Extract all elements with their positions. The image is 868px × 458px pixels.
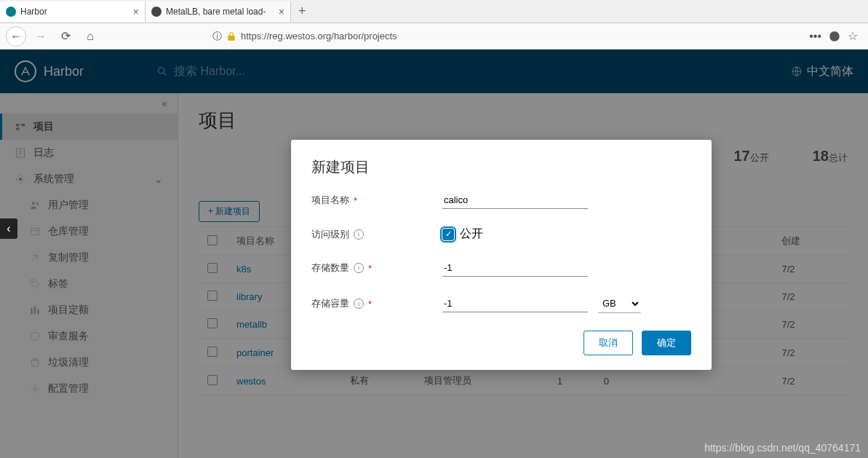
name-label: 项目名称 — [311, 194, 349, 207]
public-label: 公开 — [460, 226, 483, 242]
back-button[interactable]: ← — [6, 26, 26, 47]
cancel-button[interactable]: 取消 — [584, 331, 633, 355]
close-icon[interactable]: × — [133, 6, 139, 17]
info-icon[interactable]: i — [354, 229, 364, 240]
browser-tab-metallb[interactable]: MetalLB, bare metal load- × — [146, 1, 291, 22]
bookmark-icon[interactable]: ☆ — [848, 29, 858, 43]
new-tab-button[interactable]: + — [291, 4, 314, 19]
access-label: 访问级别 — [311, 228, 349, 241]
close-icon[interactable]: × — [279, 6, 284, 17]
more-icon[interactable]: ••• — [809, 30, 821, 43]
required-icon: * — [368, 263, 372, 274]
public-checkbox[interactable]: ✓ — [442, 229, 454, 240]
browser-tab-harbor[interactable]: Harbor × — [0, 1, 146, 22]
tab-title: MetalLB, bare metal load- — [166, 7, 274, 17]
tab-title: Harbor — [20, 7, 129, 17]
storage-limit-input[interactable] — [442, 295, 588, 312]
storage-unit-select[interactable]: GB — [598, 294, 641, 313]
forward-button[interactable]: → — [31, 26, 51, 47]
side-handle[interactable]: ‹ — [0, 218, 17, 239]
info-icon[interactable]: i — [354, 263, 364, 273]
pocket-icon[interactable] — [829, 31, 840, 42]
info-icon: ⓘ — [212, 30, 222, 43]
lock-icon — [226, 31, 236, 42]
browser-toolbar: ← → ⟳ ⌂ ⓘ https://reg.westos.org/harbor/… — [0, 23, 868, 50]
home-button[interactable]: ⌂ — [80, 26, 100, 47]
required-icon: * — [368, 299, 372, 309]
required-icon: * — [354, 195, 357, 206]
watermark: https://blog.csdn.net/qq_40764171 — [704, 442, 861, 454]
browser-tab-bar: Harbor × MetalLB, bare metal load- × + — [0, 0, 868, 23]
info-icon[interactable]: i — [354, 299, 364, 309]
favicon-icon — [151, 7, 162, 17]
storage-label: 存储容量 — [311, 297, 349, 310]
count-limit-input[interactable] — [442, 259, 588, 277]
dialog-title: 新建项目 — [311, 157, 691, 177]
project-name-input[interactable] — [442, 192, 588, 209]
address-bar[interactable]: ⓘ https://reg.westos.org/harbor/projects — [207, 27, 805, 46]
confirm-button[interactable]: 确定 — [642, 331, 691, 355]
reload-button[interactable]: ⟳ — [55, 26, 76, 47]
favicon-icon — [6, 7, 16, 17]
url-text: https://reg.westos.org/harbor/projects — [241, 31, 397, 42]
count-label: 存储数量 — [311, 261, 349, 275]
new-project-dialog: 新建项目 项目名称 * 访问级别 i ✓ 公开 存储数量 i * 存储容量 i … — [291, 140, 712, 370]
